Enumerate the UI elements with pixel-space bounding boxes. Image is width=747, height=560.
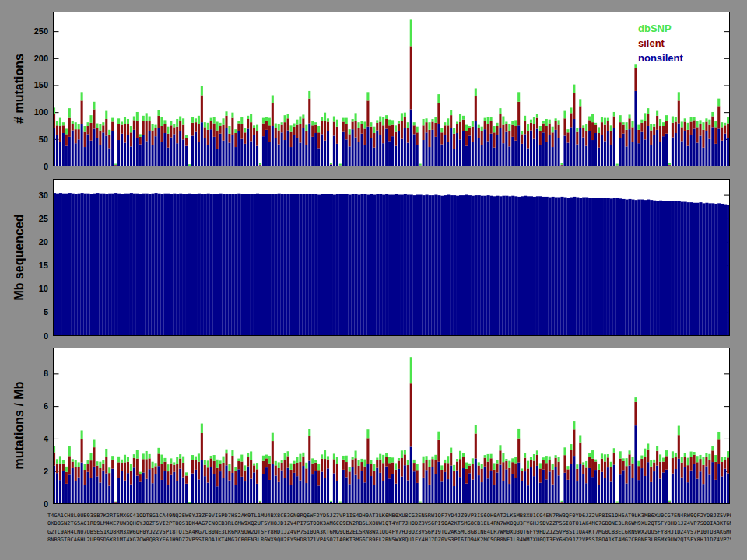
bar-segment-dbSNP <box>287 451 289 456</box>
bar-segment-Mb sequenced <box>96 193 99 336</box>
bar-segment-nonsilent <box>536 128 538 166</box>
bar-segment-silent <box>398 124 400 131</box>
bar-segment-Mb sequenced <box>160 194 163 336</box>
bar-segment-Mb sequenced <box>558 198 561 336</box>
bar-segment-nonsilent <box>228 142 230 166</box>
bar-segment-silent <box>146 459 148 478</box>
bar-segment-dbSNP <box>616 164 619 166</box>
bar-segment-silent <box>345 124 348 139</box>
bar-segment-nonsilent <box>423 140 425 166</box>
bar-segment-nonsilent <box>462 131 465 166</box>
bar-segment-nonsilent <box>475 458 477 504</box>
bar-segment-silent <box>213 124 216 137</box>
bar-segment-dbSNP <box>176 119 178 127</box>
bar-segment-Mb sequenced <box>355 194 358 336</box>
bar-segment-Mb sequenced <box>616 198 619 336</box>
bar-segment-silent <box>708 125 710 139</box>
bar-segment-dbSNP <box>634 397 637 402</box>
bar-segment-dbSNP <box>223 457 225 463</box>
bar-segment-dbSNP <box>124 117 126 124</box>
bar-segment-Mb sequenced <box>391 195 395 336</box>
bar-segment-dbSNP <box>84 126 86 132</box>
bar-segment-dbSNP <box>290 125 293 131</box>
bar-segment-nonsilent <box>607 467 609 504</box>
bar-segment-silent <box>696 462 699 478</box>
bar-segment-nonsilent <box>142 135 145 166</box>
bar-segment-dbSNP <box>684 118 686 121</box>
bar-segment-dbSNP <box>234 129 237 133</box>
bar-segment-silent <box>662 462 665 473</box>
bar-segment-silent <box>582 128 584 138</box>
bar-segment-silent <box>588 457 591 468</box>
bar-segment-dbSNP <box>419 502 422 503</box>
bar-segment-nonsilent <box>653 135 655 166</box>
bar-segment-dbSNP <box>78 462 80 467</box>
bar-segment-silent <box>472 464 474 479</box>
bar-segment-silent <box>231 118 233 135</box>
bar-segment-dbSNP <box>511 458 514 462</box>
bar-segment-dbSNP <box>459 114 461 121</box>
bar-segment-nonsilent <box>204 476 206 504</box>
bar-segment-silent <box>333 121 335 135</box>
bar-segment-silent <box>481 131 483 145</box>
bar-segment-dbSNP <box>247 116 249 119</box>
bar-segment-nonsilent <box>416 145 419 166</box>
bar-segment-dbSNP <box>404 450 406 455</box>
bar-segment-dbSNP <box>223 118 225 124</box>
bar-segment-dbSNP <box>502 117 504 125</box>
bar-segment-silent <box>314 125 317 133</box>
bar-segment-dbSNP <box>213 117 216 124</box>
bar-segment-silent <box>626 130 628 146</box>
bar-segment-Mb sequenced <box>213 194 216 336</box>
bar-segment-nonsilent <box>416 483 419 504</box>
bar-segment-silent <box>561 502 563 503</box>
bar-segment-silent <box>484 458 486 467</box>
bar-segment-dbSNP <box>195 457 197 460</box>
bar-segment-dbSNP <box>607 118 609 121</box>
bar-segment-silent <box>634 402 637 425</box>
bar-segment-dbSNP <box>724 123 726 125</box>
bar-segment-nonsilent <box>78 478 80 504</box>
bar-segment-silent <box>511 125 514 137</box>
bar-segment-dbSNP <box>167 464 169 471</box>
bar-segment-dbSNP <box>610 125 612 131</box>
bar-segment-nonsilent <box>117 140 120 166</box>
bar-segment-silent <box>462 120 465 131</box>
bar-segment-nonsilent <box>121 134 123 166</box>
bar-segment-nonsilent <box>179 131 181 166</box>
bar-segment-Mb sequenced <box>87 194 90 336</box>
bar-segment-dbSNP <box>693 117 696 120</box>
bar-segment-silent <box>330 502 332 502</box>
bar-segment-silent <box>56 125 58 135</box>
bar-segment-Mb sequenced <box>481 196 484 336</box>
bar-segment-silent <box>598 133 600 148</box>
bar-segment-silent <box>152 131 154 145</box>
bar-segment-dbSNP <box>675 117 677 122</box>
bar-segment-silent <box>185 138 188 145</box>
bar-segment-nonsilent <box>167 485 169 504</box>
bar-segment-nonsilent <box>437 462 440 504</box>
bar-segment-dbSNP <box>333 117 335 122</box>
bar-segment-dbSNP <box>640 120 643 123</box>
bar-segment-nonsilent <box>179 469 181 504</box>
bar-segment-dbSNP <box>385 453 388 457</box>
bar-segment-Mb sequenced <box>629 199 632 336</box>
bar-segment-nonsilent <box>173 134 175 166</box>
bar-segment-dbSNP <box>484 455 486 457</box>
bar-segment-silent <box>284 122 286 140</box>
bar-segment-Mb sequenced <box>437 195 440 336</box>
bar-segment-silent <box>552 132 554 147</box>
bar-segment-Mb sequenced <box>561 197 564 336</box>
bar-segment-nonsilent <box>505 469 507 504</box>
bar-segment-nonsilent <box>253 472 255 504</box>
bar-segment-dbSNP <box>370 122 372 127</box>
bar-segment-Mb sequenced <box>78 194 81 336</box>
bar-segment-nonsilent <box>582 138 584 166</box>
bar-segment-Mb sequenced <box>662 201 665 336</box>
bar-segment-nonsilent <box>714 144 717 166</box>
bar-segment-nonsilent <box>336 144 338 166</box>
bar-segment-silent <box>672 458 674 474</box>
bar-segment-silent <box>146 121 148 142</box>
bar-segment-silent <box>576 469 578 481</box>
bar-segment-dbSNP <box>453 128 455 134</box>
